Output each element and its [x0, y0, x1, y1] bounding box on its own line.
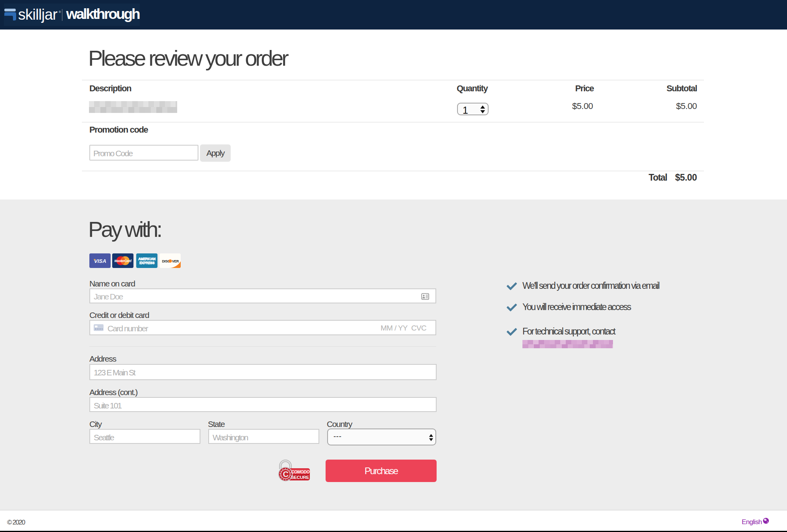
svg-text:AMERICAN: AMERICAN: [138, 257, 156, 261]
svg-text:C: C: [283, 470, 288, 478]
svg-text:SECURE: SECURE: [291, 475, 309, 480]
svg-text:MasterCard: MasterCard: [115, 259, 132, 263]
svg-text:VER: VER: [172, 259, 179, 263]
svg-text:COMODO: COMODO: [291, 469, 310, 474]
svg-text:EXPRESS: EXPRESS: [139, 261, 155, 265]
svg-text:VISA: VISA: [94, 258, 106, 264]
